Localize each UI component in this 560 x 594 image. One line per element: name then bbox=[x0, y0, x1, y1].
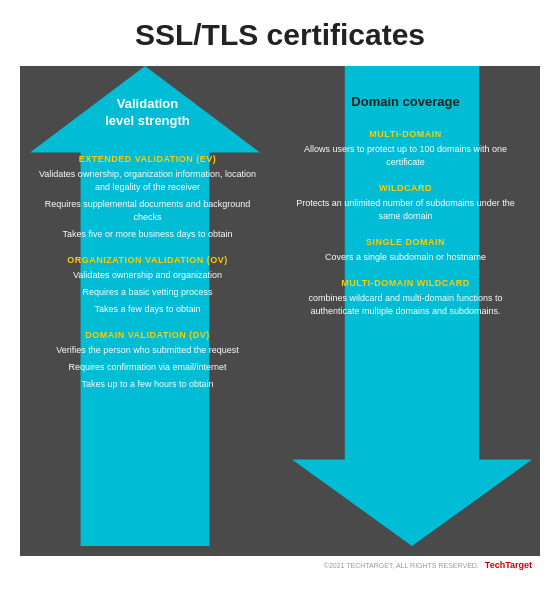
ev-text-3: Takes five or more business days to obta… bbox=[62, 228, 232, 241]
multi-domain-wildcard-title: MULTI-DOMAIN WILDCARD bbox=[341, 278, 469, 288]
dv-text-3: Takes up to a few hours to obtain bbox=[81, 378, 213, 391]
dv-text-2: Requires confirmation via email/internet bbox=[68, 361, 226, 374]
right-header: Domain coverage bbox=[351, 94, 459, 109]
single-domain-text: Covers a single subdomain or hostname bbox=[325, 251, 486, 264]
left-column: Validationlevel strength EXTENDED VALIDA… bbox=[20, 66, 275, 556]
techtarget-logo: TechTarget bbox=[485, 560, 532, 570]
ov-text-1: Validates ownership and organization bbox=[73, 269, 222, 282]
left-content: Validationlevel strength EXTENDED VALIDA… bbox=[20, 66, 275, 415]
right-content: Domain coverage MULTI-DOMAIN Allows user… bbox=[285, 80, 526, 322]
wildcard-title: WILDCARD bbox=[379, 183, 432, 193]
ev-title: EXTENDED VALIDATION (EV) bbox=[79, 154, 217, 164]
ov-text-3: Takes a few days to obtain bbox=[94, 303, 200, 316]
ev-text-1: Validates ownership, organization inform… bbox=[36, 168, 259, 194]
single-domain-title: SINGLE DOMAIN bbox=[366, 237, 445, 247]
right-column: Domain coverage MULTI-DOMAIN Allows user… bbox=[275, 66, 540, 556]
page-wrapper: SSL/TLS certificates Validationlevel str… bbox=[0, 0, 560, 594]
page-title: SSL/TLS certificates bbox=[135, 18, 425, 52]
ov-title: ORGANIZATION VALIDATION (OV) bbox=[67, 255, 228, 265]
wildcard-text: Protects an unlimited number of subdomai… bbox=[291, 197, 520, 223]
left-header: Validationlevel strength bbox=[105, 96, 190, 130]
copyright-text: ©2021 TECHTARGET, ALL RIGHTS RESERVED. bbox=[324, 562, 479, 569]
infographic: Validationlevel strength EXTENDED VALIDA… bbox=[20, 66, 540, 556]
dv-title: DOMAIN VALIDATION (DV) bbox=[85, 330, 210, 340]
multi-domain-wildcard-text: combines wildcard and multi-domain funct… bbox=[291, 292, 520, 318]
dv-text-1: Verifies the person who submitted the re… bbox=[56, 344, 239, 357]
ov-text-2: Requires a basic vetting process bbox=[82, 286, 212, 299]
ev-text-2: Requires supplemental documents and back… bbox=[36, 198, 259, 224]
multi-domain-text: Allows users to protect up to 100 domain… bbox=[291, 143, 520, 169]
footer: ©2021 TECHTARGET, ALL RIGHTS RESERVED. T… bbox=[20, 556, 540, 574]
multi-domain-title: MULTI-DOMAIN bbox=[369, 129, 441, 139]
